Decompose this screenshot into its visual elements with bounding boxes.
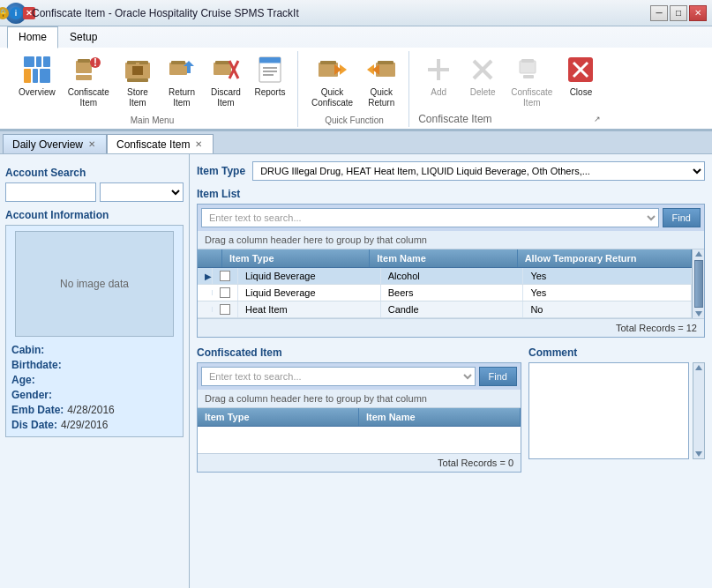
row1-allow: Yes (523, 268, 692, 284)
row1-name: Alcohol (381, 268, 524, 284)
svg-rect-16 (169, 63, 187, 75)
comment-scroll-up[interactable] (695, 365, 702, 370)
field-birthdate: Birthdate: (11, 359, 177, 371)
svg-rect-6 (76, 61, 92, 73)
overview-button[interactable]: Overview (14, 51, 60, 114)
account-search-area (5, 182, 184, 202)
conf-header-item-name[interactable]: Item Name (359, 408, 521, 426)
maximize-button[interactable]: □ (670, 5, 687, 21)
info-icon: i (10, 7, 22, 19)
return-item-icon (166, 54, 198, 86)
main-area: Account Search Account Information No im… (0, 154, 712, 588)
row3-allow: No (523, 301, 692, 317)
delete-button[interactable]: Delete (462, 51, 503, 111)
svg-rect-0 (24, 56, 34, 67)
header-item-name[interactable]: Item Name (370, 249, 517, 267)
store-item-button[interactable]: StoreItem (117, 51, 158, 114)
quick-group-label: Quick Function (307, 115, 401, 125)
overview-icon (21, 54, 53, 86)
title-bar-controls[interactable]: ─ □ ✕ (650, 5, 707, 21)
row1-check[interactable] (213, 268, 238, 284)
discard-item-button[interactable]: DiscardItem (206, 51, 246, 114)
svg-rect-19 (215, 61, 229, 64)
account-search-input[interactable] (5, 182, 96, 202)
add-button[interactable]: Add (418, 51, 459, 111)
scroll-thumb[interactable] (694, 260, 703, 308)
table-row[interactable]: ▶ Liquid Beverage Alcohol Yes (198, 268, 692, 285)
window-title: Confiscate Item - Oracle Hospitality Cru… (32, 7, 299, 19)
confiscate-item-action-button[interactable]: ConfiscateItem (506, 51, 557, 111)
ribbon-group-confiscate: Add Delete (411, 51, 608, 127)
close-label: Close (570, 87, 593, 98)
item-list-group-hint: Drag a column header here to group by th… (198, 231, 704, 249)
scroll-down-arrow[interactable] (695, 311, 702, 316)
sidebar: Account Search Account Information No im… (0, 154, 190, 588)
confiscated-item-title: Confiscated Item (197, 346, 521, 359)
comment-scrollbar[interactable] (693, 362, 705, 459)
row2-name: Beers (381, 285, 524, 301)
lock-icon: 🔒 (0, 7, 9, 19)
ribbon-group-quick-items: QuickConfiscate QuickReturn (307, 51, 401, 114)
cabin-label: Cabin: (11, 344, 44, 356)
confiscate-group-expand[interactable]: ↗ (594, 115, 601, 123)
quick-confiscate-label: QuickConfiscate (311, 87, 353, 108)
row3-check[interactable] (213, 301, 238, 317)
main-menu-group-label: Main Menu (14, 115, 290, 125)
scroll-up-arrow[interactable] (695, 251, 702, 257)
tab-setup[interactable]: Setup (58, 26, 109, 48)
table-row[interactable]: Heat Item Candle No (198, 301, 692, 318)
store-item-label: StoreItem (127, 87, 148, 108)
close-button[interactable]: Close (560, 51, 601, 111)
close-window-button[interactable]: ✕ (689, 5, 707, 21)
account-search-select[interactable] (100, 182, 184, 202)
row2-type: Liquid Beverage (238, 285, 381, 301)
svg-rect-39 (520, 61, 536, 73)
reports-button[interactable]: Reports (250, 51, 290, 114)
minimize-button[interactable]: ─ (650, 5, 668, 21)
comment-textarea[interactable] (528, 362, 689, 459)
tab-daily-overview-close[interactable]: ✕ (86, 139, 97, 149)
confiscated-find-button[interactable]: Find (479, 367, 517, 386)
header-allow-return[interactable]: Allow Temporary Return (518, 249, 692, 267)
row3-type: Heat Item (238, 301, 381, 317)
app-icon: 🔒 i ✕ (5, 3, 26, 24)
ribbon-tabs: Home Setup (0, 26, 712, 48)
quick-return-button[interactable]: QuickReturn (361, 51, 401, 114)
quick-confiscate-icon (317, 54, 349, 86)
store-item-icon (122, 54, 154, 86)
item-type-label: Item Type (197, 165, 245, 177)
item-type-select[interactable]: DRUG Illegal Drug, HEAT Heat Item, LIQUI… (252, 161, 705, 181)
tab-home[interactable]: Home (7, 26, 58, 48)
tab-daily-overview[interactable]: Daily Overview ✕ (3, 134, 107, 153)
row1-expand[interactable]: ▶ (198, 268, 213, 284)
svg-rect-32 (378, 61, 393, 64)
svg-rect-10 (76, 75, 92, 80)
delete-icon (467, 54, 498, 86)
delete-label: Delete (470, 87, 496, 98)
item-list-search-input[interactable]: Enter text to search... (201, 208, 659, 227)
confiscate-item-menu-icon: ! (72, 54, 104, 86)
row1-type: Liquid Beverage (238, 268, 381, 284)
quick-return-label: QuickReturn (368, 87, 394, 108)
tab-confiscate-item[interactable]: Confiscate Item ✕ (107, 134, 214, 153)
item-list-scrollbar[interactable] (692, 249, 704, 318)
header-item-type[interactable]: Item Type (222, 249, 370, 267)
confiscate-item-menu-label: ConfiscateItem (68, 87, 109, 108)
tab-confiscate-item-close[interactable]: ✕ (193, 139, 204, 149)
field-gender: Gender: (11, 389, 177, 401)
comment-scroll-down[interactable] (695, 451, 702, 457)
return-item-button[interactable]: ReturnItem (161, 51, 202, 114)
quick-confiscate-button[interactable]: QuickConfiscate (307, 51, 357, 114)
confiscate-group-label: Confiscate Item ↗ (418, 113, 601, 125)
confiscated-search-input[interactable]: Enter text to search... (201, 367, 476, 386)
conf-header-item-type[interactable]: Item Type (198, 408, 359, 426)
item-list-find-button[interactable]: Find (663, 208, 701, 227)
comment-label: Comment (528, 346, 705, 359)
table-row[interactable]: Liquid Beverage Beers Yes (198, 285, 692, 301)
svg-rect-18 (214, 63, 231, 75)
confiscated-empty-area (198, 427, 521, 453)
confiscate-item-menu-button[interactable]: ! ConfiscateItem (64, 51, 114, 114)
content-panel: Item Type DRUG Illegal Drug, HEAT Heat I… (190, 154, 712, 588)
tab-confiscate-item-label: Confiscate Item (116, 138, 190, 151)
row2-check[interactable] (213, 285, 238, 301)
